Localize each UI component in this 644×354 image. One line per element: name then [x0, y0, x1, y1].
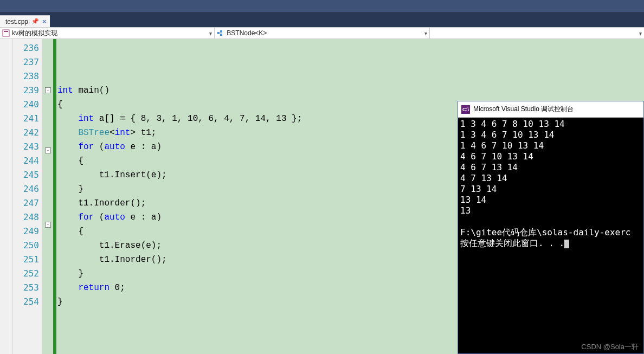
- watermark: CSDN @Sola一轩: [581, 342, 639, 352]
- tab-bar: test.cpp 📌 ×: [0, 13, 644, 27]
- chevron-down-icon: ▾: [424, 30, 427, 36]
- chevron-down-icon: ▾: [209, 30, 212, 36]
- scope-label: kv树的模拟实现: [12, 29, 57, 38]
- console-output[interactable]: 1 3 4 6 7 8 10 13 14 1 3 4 6 7 10 13 14 …: [458, 118, 643, 250]
- line-number: 239: [13, 83, 42, 98]
- line-number: 237: [13, 55, 42, 69]
- line-number: 253: [13, 281, 42, 295]
- project-icon: [2, 29, 10, 37]
- line-number: 245: [13, 168, 42, 182]
- line-number: 242: [13, 126, 42, 140]
- toolbar-strip: [0, 0, 644, 13]
- type-dropdown[interactable]: BSTNode<K> ▾: [215, 28, 429, 38]
- line-number: 254: [13, 295, 42, 309]
- fold-toggle[interactable]: -: [45, 222, 51, 228]
- console-title-text: Microsoft Visual Studio 调试控制台: [473, 105, 574, 114]
- struct-icon: [217, 29, 224, 37]
- svg-rect-4: [220, 34, 222, 36]
- svg-rect-3: [220, 30, 222, 33]
- line-number: 246: [13, 182, 42, 196]
- scope-dropdown[interactable]: kv树的模拟实现 ▾: [0, 28, 215, 38]
- chevron-down-icon: ▾: [639, 30, 642, 36]
- navigation-bar: kv树的模拟实现 ▾ BSTNode<K> ▾ ▾: [0, 27, 644, 39]
- line-number: 250: [13, 239, 42, 253]
- file-tab[interactable]: test.cpp 📌 ×: [0, 15, 50, 27]
- debug-console-window[interactable]: C:\ Microsoft Visual Studio 调试控制台 1 3 4 …: [458, 101, 644, 354]
- pin-icon[interactable]: 📌: [31, 18, 39, 25]
- line-number: 247: [13, 196, 42, 210]
- line-number: 236: [13, 41, 42, 55]
- cursor: [564, 240, 569, 248]
- tab-label: test.cpp: [5, 18, 28, 25]
- line-number: 240: [13, 98, 42, 112]
- svg-rect-0: [3, 30, 9, 36]
- console-titlebar[interactable]: C:\ Microsoft Visual Studio 调试控制台: [458, 101, 643, 118]
- line-number: 243: [13, 140, 42, 154]
- line-number: 251: [13, 253, 42, 267]
- line-number: 241: [13, 112, 42, 126]
- close-icon[interactable]: ×: [42, 17, 47, 25]
- line-number: 238: [13, 69, 42, 83]
- fold-toggle[interactable]: -: [45, 87, 51, 93]
- svg-rect-2: [217, 32, 220, 34]
- line-number: 248: [13, 210, 42, 224]
- fold-strip[interactable]: ---: [42, 39, 53, 354]
- vs-icon: C:\: [461, 105, 470, 114]
- line-number: 252: [13, 267, 42, 281]
- breakpoint-margin[interactable]: [0, 39, 13, 354]
- line-number: 249: [13, 224, 42, 239]
- member-dropdown[interactable]: ▾: [430, 28, 644, 38]
- type-label: BSTNode<K>: [227, 29, 267, 37]
- fold-toggle[interactable]: -: [45, 147, 51, 153]
- line-number: 244: [13, 154, 42, 168]
- svg-rect-1: [4, 31, 8, 32]
- line-number-gutter: 2362372382392402412422432442452462472482…: [13, 39, 42, 354]
